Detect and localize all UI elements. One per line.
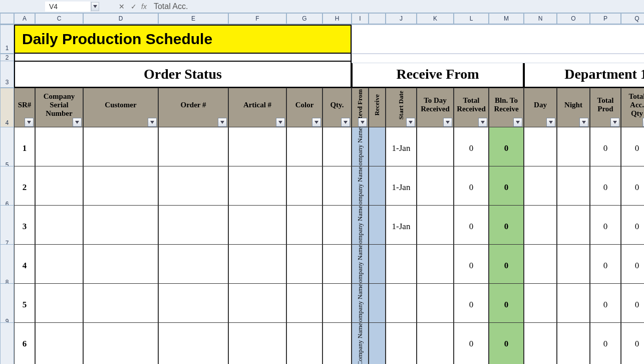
cell-qty[interactable] [323,205,352,249]
cell-color[interactable] [286,127,323,170]
cell-start-date[interactable]: 1-Jan [386,166,417,210]
cell-color[interactable] [286,283,323,327]
cell-receive[interactable] [369,283,386,327]
cell-total-received[interactable]: 0 [454,205,489,249]
name-box[interactable]: V4 [45,2,91,12]
filter-dropdown[interactable] [341,118,350,127]
filter-dropdown[interactable] [276,118,285,127]
cell-receive[interactable] [369,322,386,364]
cell-sr[interactable]: 2 [14,166,35,210]
cell-artical[interactable] [228,322,286,364]
cell-sr[interactable]: 6 [14,322,35,364]
row-header[interactable]: 7 [0,205,14,249]
label-total-prod[interactable]: Total Prod [590,88,621,128]
cell-start-date[interactable] [386,283,417,327]
cell-total-received[interactable]: 0 [454,322,489,364]
cell-night[interactable] [557,127,590,170]
cell-color[interactable] [286,244,323,288]
cell-qty[interactable] [323,166,352,210]
cell-order[interactable] [158,166,228,210]
cell-artical[interactable] [228,244,286,288]
cell-today-received[interactable] [417,283,454,327]
cell-total-acc-qty[interactable]: 0 [621,127,644,170]
label-company-serial[interactable]: Company Serial Number [35,88,83,128]
cell-total-prod[interactable]: 0 [590,127,621,170]
cell-company-serial[interactable] [35,322,83,364]
cell-color[interactable] [286,205,323,249]
cell-total-acc-qty[interactable]: 0 [621,322,644,364]
row-header[interactable]: 6 [0,166,14,210]
row-header[interactable]: 9 [0,283,14,327]
cell-total-prod[interactable]: 0 [590,322,621,364]
cell-revd-from[interactable]: Company Name [352,166,369,210]
row-header[interactable]: 4 [0,88,14,128]
label-customer[interactable]: Customer [83,88,158,128]
col-header[interactable]: M [489,13,524,24]
cell-night[interactable] [557,205,590,249]
cell-total-received[interactable]: 0 [454,166,489,210]
cell-order[interactable] [158,127,228,170]
label-today-received[interactable]: To Day Received [417,88,454,128]
cell-total-acc-qty[interactable]: 0 [621,205,644,249]
row-header[interactable]: 5 [0,127,14,170]
filter-dropdown[interactable] [218,118,227,127]
cell-order[interactable] [158,244,228,288]
cell-today-received[interactable] [417,166,454,210]
filter-dropdown[interactable] [312,118,321,127]
filter-dropdown[interactable] [406,118,415,127]
cell-day[interactable] [524,166,557,210]
cell-customer[interactable] [83,205,158,249]
filter-dropdown[interactable] [148,118,157,127]
filter-dropdown[interactable] [73,118,82,127]
formula-input[interactable]: Total Acc. [150,1,644,12]
col-header[interactable]: Q [621,13,644,24]
cell-start-date[interactable]: 1-Jan [386,205,417,249]
cell-sr[interactable]: 3 [14,205,35,249]
cell-total-prod[interactable]: 0 [590,244,621,288]
cell-total-prod[interactable]: 0 [590,283,621,327]
cell-bln-to-receive[interactable]: 0 [489,322,524,364]
cell-total-acc-qty[interactable]: 0 [621,244,644,288]
cell-today-received[interactable] [417,127,454,170]
cell-start-date[interactable]: 1-Jan [386,127,417,170]
cell-receive[interactable] [369,166,386,210]
cell-receive[interactable] [369,205,386,249]
cell-start-date[interactable] [386,322,417,364]
cell-company-serial[interactable] [35,205,83,249]
title-cell[interactable]: Daily Production Schedule [14,25,352,54]
cell-revd-from[interactable]: Company Name [352,322,369,364]
label-artical[interactable]: Artical # [228,88,286,128]
filter-dropdown[interactable] [610,118,619,127]
cancel-fx-icon[interactable]: ✕ [117,2,126,11]
col-header[interactable] [369,13,386,24]
cell-total-acc-qty[interactable]: 0 [621,283,644,327]
cell-company-serial[interactable] [35,244,83,288]
cell-today-received[interactable] [417,322,454,364]
cell-qty[interactable] [323,127,352,170]
label-total-acc-qty[interactable]: Total Acc. Qty [621,88,644,128]
filter-dropdown[interactable] [513,118,522,127]
cell-order[interactable] [158,205,228,249]
cell-day[interactable] [524,127,557,170]
col-header[interactable]: L [454,13,489,24]
filter-dropdown[interactable] [478,118,487,127]
cell-day[interactable] [524,205,557,249]
empty-cell[interactable] [352,25,644,54]
cell-artical[interactable] [228,205,286,249]
col-header[interactable]: I [352,13,369,24]
cell-customer[interactable] [83,166,158,210]
cell-company-serial[interactable] [35,283,83,327]
filter-dropdown[interactable] [25,118,34,127]
cell-company-serial[interactable] [35,127,83,170]
cell-today-received[interactable] [417,244,454,288]
cell-qty[interactable] [323,244,352,288]
row-header[interactable]: 1 [0,25,14,54]
cell-start-date[interactable] [386,244,417,288]
cell-receive[interactable] [369,244,386,288]
empty-cell[interactable] [352,54,644,63]
label-receive[interactable]: Receive [369,88,386,128]
label-day[interactable]: Day [524,88,557,128]
cell-order[interactable] [158,283,228,327]
cell-artical[interactable] [228,283,286,327]
section-order-status[interactable]: Order Status [14,61,352,88]
